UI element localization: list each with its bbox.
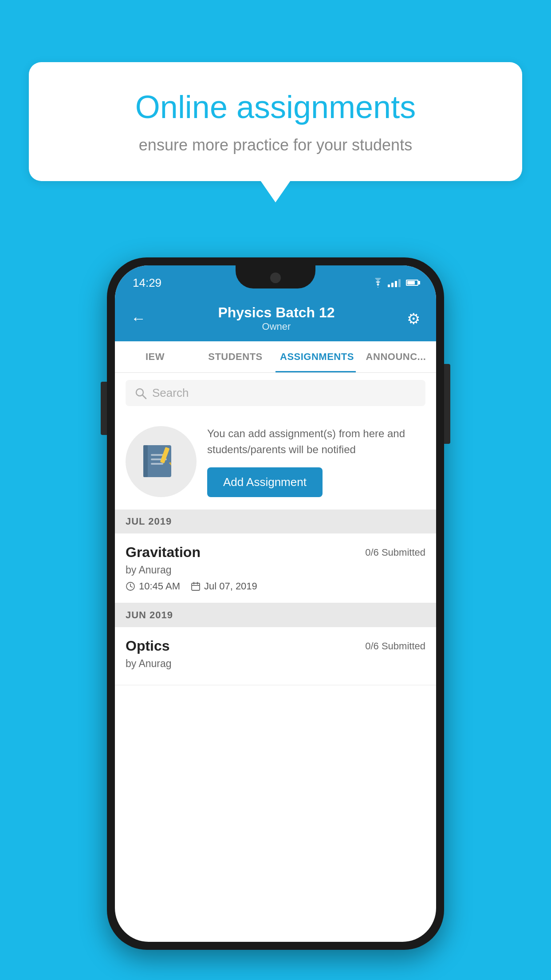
search-icon xyxy=(134,387,147,399)
info-card: You can add assignment(s) from here and … xyxy=(115,413,436,510)
battery-icon xyxy=(406,280,418,286)
speech-bubble: Online assignments ensure more practice … xyxy=(29,62,522,181)
section-header-jul: JUL 2019 xyxy=(115,510,436,533)
svg-line-1 xyxy=(142,395,146,399)
header-title-container: Physics Batch 12 Owner xyxy=(218,304,335,332)
app-header: ← Physics Batch 12 Owner ⚙ xyxy=(115,296,436,341)
search-container: Search xyxy=(115,373,436,413)
bubble-title: Online assignments xyxy=(60,89,491,125)
assignment-date: Jul 07, 2019 xyxy=(191,581,257,592)
tab-bar: IEW STUDENTS ASSIGNMENTS ANNOUNC... xyxy=(115,341,436,373)
signal-bar-4 xyxy=(398,279,401,287)
camera-icon xyxy=(270,273,281,283)
phone-notch xyxy=(236,265,315,288)
assignment-time-text: 10:45 AM xyxy=(139,581,180,592)
assignment-top: Gravitation 0/6 Submitted xyxy=(126,544,425,561)
svg-rect-12 xyxy=(192,583,200,590)
phone-screen: 14:29 xyxy=(115,265,436,942)
assignment-by-optics: by Anurag xyxy=(126,658,425,670)
info-description: You can add assignment(s) from here and … xyxy=(207,426,425,458)
status-icons xyxy=(372,278,418,288)
header-subtitle: Owner xyxy=(218,321,335,332)
assignment-title-gravitation: Gravitation xyxy=(126,544,201,561)
bubble-subtitle: ensure more practice for your students xyxy=(60,136,491,154)
svg-rect-3 xyxy=(143,445,148,477)
phone-mockup: 14:29 xyxy=(107,257,444,950)
tab-announcements[interactable]: ANNOUNC... xyxy=(356,341,436,372)
header-title: Physics Batch 12 xyxy=(218,304,335,321)
signal-bar-3 xyxy=(395,281,397,287)
assignment-by-gravitation: by Anurag xyxy=(126,564,425,576)
section-header-jun: JUN 2019 xyxy=(115,603,436,627)
assignment-item-gravitation[interactable]: Gravitation 0/6 Submitted by Anurag 10:4… xyxy=(115,533,436,603)
notebook-icon xyxy=(141,442,181,482)
wifi-icon xyxy=(372,278,384,288)
assignment-submitted-optics: 0/6 Submitted xyxy=(365,640,425,652)
signal-bar-1 xyxy=(388,285,390,287)
info-text-container: You can add assignment(s) from here and … xyxy=(207,426,425,497)
add-assignment-button[interactable]: Add Assignment xyxy=(207,467,323,497)
settings-button[interactable]: ⚙ xyxy=(407,310,420,328)
assignment-meta-gravitation: 10:45 AM Jul 07, 2019 xyxy=(126,581,425,592)
signal-bar-2 xyxy=(391,283,394,287)
tab-assignments[interactable]: ASSIGNMENTS xyxy=(276,341,356,372)
back-button[interactable]: ← xyxy=(131,310,146,327)
assignment-date-text: Jul 07, 2019 xyxy=(204,581,257,592)
battery-fill xyxy=(407,281,415,285)
assignment-top-optics: Optics 0/6 Submitted xyxy=(126,638,425,654)
assignment-time: 10:45 AM xyxy=(126,581,180,592)
speech-bubble-container: Online assignments ensure more practice … xyxy=(29,62,522,181)
assignment-title-optics: Optics xyxy=(126,638,170,654)
svg-line-11 xyxy=(130,586,132,587)
notebook-icon-container xyxy=(126,426,197,497)
svg-rect-6 xyxy=(151,463,163,465)
search-bar[interactable]: Search xyxy=(126,380,425,406)
assignment-submitted-gravitation: 0/6 Submitted xyxy=(365,547,425,558)
phone-outer: 14:29 xyxy=(107,257,444,950)
signal-bars xyxy=(388,278,401,287)
assignment-item-optics[interactable]: Optics 0/6 Submitted by Anurag xyxy=(115,627,436,685)
calendar-icon xyxy=(191,581,201,591)
tab-overview[interactable]: IEW xyxy=(115,341,195,372)
status-time: 14:29 xyxy=(133,276,161,290)
tab-students[interactable]: STUDENTS xyxy=(195,341,276,372)
clock-icon xyxy=(126,581,135,591)
search-placeholder: Search xyxy=(152,386,189,400)
